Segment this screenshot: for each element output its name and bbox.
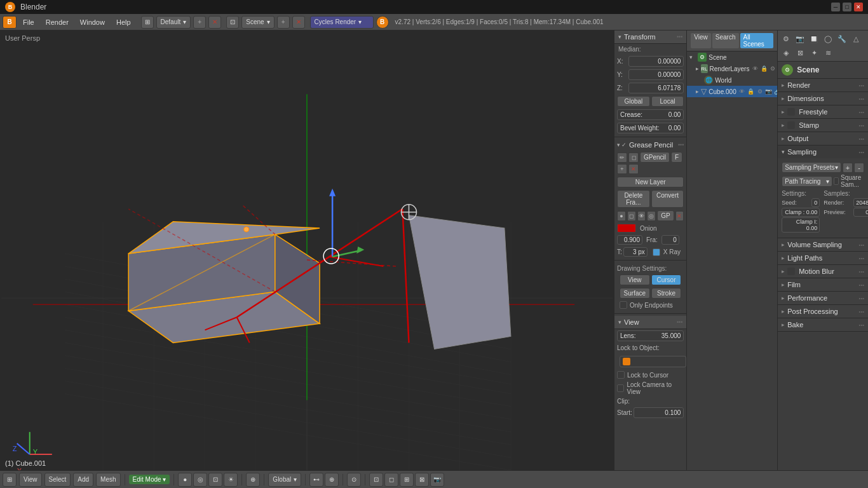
rendered-shading-btn[interactable]: ☀	[224, 473, 238, 487]
menu-window[interactable]: Window	[75, 17, 110, 27]
tree-item-renderlayers[interactable]: ▸ RL RenderLayers 👁 🔒 ⚙ 📷	[687, 63, 777, 74]
surface-button[interactable]: Surface	[620, 288, 650, 299]
layer-onion-icon[interactable]: ◎	[647, 211, 656, 221]
menu-file[interactable]: File	[18, 17, 39, 27]
layer-lock-icon[interactable]: ◻	[627, 211, 636, 221]
add-layer-icon[interactable]: +	[617, 164, 627, 174]
menu-help[interactable]: Help	[111, 17, 136, 27]
blender-icon-btn[interactable]: B	[3, 16, 17, 29]
ortho-persp-btn[interactable]: ⊡	[369, 473, 383, 487]
xray-checkbox[interactable]	[653, 248, 660, 256]
color-swatch[interactable]	[617, 224, 636, 233]
physics-prop-icon[interactable]: ≋	[821, 46, 835, 60]
method-dropdown[interactable]: Path Tracing ▾	[782, 176, 832, 187]
tree-item-world[interactable]: ▸ 🌐 World	[687, 74, 777, 86]
view-button[interactable]: View	[620, 274, 650, 285]
world-prop-icon[interactable]: ◯	[821, 32, 835, 46]
lens-field[interactable]: Lens: 35.000	[617, 330, 684, 341]
particle-prop-icon[interactable]: ✦	[807, 46, 821, 60]
lock-camera-checkbox[interactable]	[617, 384, 624, 392]
render-preview-btn[interactable]: 📷	[430, 473, 444, 487]
clamp-i-field[interactable]: Clamp I: 0.00	[782, 217, 820, 233]
data-prop-icon[interactable]: △	[849, 32, 863, 46]
z-field[interactable]: 6.07178	[628, 83, 684, 93]
delete-fra-button[interactable]: Delete Fra...	[617, 190, 650, 208]
gp-erase-icon[interactable]: ◻	[628, 152, 639, 163]
add-preset-btn[interactable]: +	[843, 163, 853, 173]
crease-field[interactable]: Crease: 0.00	[617, 109, 684, 120]
solid-shading-btn[interactable]: ●	[178, 473, 192, 487]
wire-shading-btn[interactable]: ◎	[193, 473, 207, 487]
view-menu[interactable]: View	[19, 473, 42, 487]
scene-dropdown[interactable]: Scene ▾	[241, 16, 274, 29]
endpoints-checkbox[interactable]	[620, 301, 627, 309]
menu-render[interactable]: Render	[41, 17, 74, 27]
lock-field[interactable]	[620, 356, 686, 367]
volume-sampling-header[interactable]: ▸ Volume Sampling •••	[778, 238, 868, 251]
maximize-button[interactable]: □	[843, 3, 851, 11]
freestyle-header[interactable]: ▸ Freestyle •••	[778, 105, 868, 118]
add-scene-btn[interactable]: +	[277, 16, 290, 29]
transform-orientation[interactable]: Global ▾	[268, 473, 301, 487]
tree-item-scene[interactable]: ▾ ⚙ Scene	[687, 51, 777, 63]
sampling-presets-dropdown[interactable]: Sampling Presets ▾	[782, 162, 841, 173]
new-layer-button[interactable]: New Layer	[617, 177, 684, 187]
mesh-menu[interactable]: Mesh	[96, 473, 120, 487]
lock-cursor-checkbox[interactable]	[617, 371, 625, 379]
object-prop-icon[interactable]: 🔧	[835, 32, 849, 46]
clamp-field[interactable]: Clamp : 0.00	[782, 208, 820, 217]
render-prop-icon[interactable]: 📷	[793, 32, 807, 46]
seed-field[interactable]: 0	[811, 198, 820, 207]
f-button[interactable]: F	[671, 152, 682, 163]
viewport-3d[interactable]: User Persp	[0, 30, 614, 470]
scene-prop-icon[interactable]: ⚙	[779, 32, 793, 46]
remove-preset-btn[interactable]: -	[854, 163, 864, 173]
mode-indicator[interactable]: Edit Mode ▾	[129, 475, 170, 484]
layer-x-icon[interactable]: ✕	[675, 211, 684, 221]
square-samples-checkbox[interactable]	[834, 177, 839, 185]
remove-scene-btn[interactable]: ✕	[292, 16, 305, 29]
light-paths-header[interactable]: ▸ Light Paths •••	[778, 252, 868, 264]
layer-vis-icon[interactable]: ●	[617, 211, 626, 221]
preview-field[interactable]: 0	[853, 208, 868, 217]
motion-blur-header[interactable]: ▸ Motion Blur •••	[778, 265, 868, 278]
render-field[interactable]: 2048	[853, 198, 868, 207]
remove-layer-icon[interactable]: ✕	[628, 164, 639, 174]
tree-item-cube[interactable]: ▸ ▽ Cube.000 👁 🔒 ⚙ 📷 🔗	[687, 86, 777, 97]
layout-dropdown[interactable]: Default ▾	[156, 16, 191, 29]
material-prop-icon[interactable]: ◈	[779, 46, 793, 60]
t-field[interactable]: 3 px	[623, 247, 648, 257]
global-button[interactable]: Global	[617, 96, 650, 107]
gp-draw-icon[interactable]: ✏	[617, 152, 627, 163]
layout-icon[interactable]: ⊞	[141, 16, 154, 29]
fra-field[interactable]: 0	[661, 235, 679, 245]
snap-settings-btn[interactable]: ⊕	[325, 473, 339, 487]
local-button[interactable]: Local	[651, 96, 684, 107]
stamp-header[interactable]: ▸ Stamp •••	[778, 119, 868, 132]
proportional-btn[interactable]: ⊙	[347, 473, 361, 487]
bake-header[interactable]: ▸ Bake •••	[778, 318, 868, 331]
minimize-button[interactable]: ─	[831, 3, 840, 11]
texture-shading-btn[interactable]: ⊡	[208, 473, 222, 487]
view-tab[interactable]: View	[691, 33, 711, 48]
viewport-type-icon[interactable]: ⊞	[3, 473, 17, 487]
local-view-btn[interactable]: ◻	[384, 473, 398, 487]
y-field[interactable]: 0.00000	[628, 69, 684, 80]
search-tab[interactable]: Search	[712, 33, 739, 48]
snap-btn[interactable]: ⊷	[309, 473, 323, 487]
layer-eye-icon[interactable]: 👁	[637, 211, 646, 221]
all-scenes-tab[interactable]: All Scenes	[740, 33, 774, 48]
layers-prop-icon[interactable]: 🔲	[807, 32, 821, 46]
scene-active-icon[interactable]: ⚙	[782, 64, 793, 76]
gp-label-btn[interactable]: GP	[657, 210, 674, 221]
opacity-field[interactable]: 0.900	[617, 235, 642, 245]
performance-header[interactable]: ▸ Performance •••	[778, 292, 868, 304]
close-button[interactable]: ✕	[854, 3, 863, 11]
pivot-icon[interactable]: ⊕	[246, 473, 260, 487]
viewport-icon[interactable]: ⊡	[226, 16, 239, 29]
timeline-btn[interactable]: ⊞	[400, 473, 414, 487]
start-field[interactable]: 0.100	[634, 407, 684, 418]
screen-layout-btn[interactable]: ⊠	[415, 473, 429, 487]
render-engine-dropdown[interactable]: Cycles Render ▾	[310, 16, 374, 29]
add-layout-btn[interactable]: +	[193, 16, 206, 29]
